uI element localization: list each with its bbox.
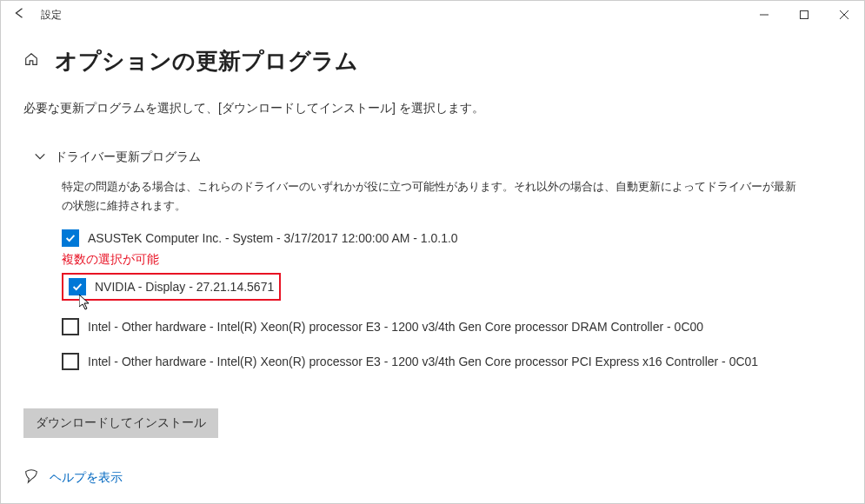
maximize-button[interactable] [784,1,824,29]
window-title: 設定 [41,8,62,23]
help-link[interactable]: ヘルプを表示 [50,470,123,486]
page-subtitle: 必要な更新プログラムを選択して、[ダウンロードしてインストール] を選択します。 [23,101,842,116]
update-label: Intel - Other hardware - Intel(R) Xeon(R… [88,355,758,368]
section-header[interactable]: ドライバー更新プログラム [34,149,842,165]
close-button[interactable] [824,1,864,29]
update-checkbox[interactable] [62,353,79,370]
update-label: ASUSTeK Computer Inc. - System - 3/17/20… [88,231,458,245]
section-title: ドライバー更新プログラム [55,149,201,165]
update-item: ASUSTeK Computer Inc. - System - 3/17/20… [62,229,842,247]
annotation-text: 複数の選択が可能 [62,252,842,268]
page-title: オプションの更新プログラム [55,46,358,76]
minimize-button[interactable] [744,1,784,29]
help-row: ヘルプを表示 [23,468,123,487]
back-button[interactable] [8,3,30,26]
download-install-button[interactable]: ダウンロードしてインストール [23,408,218,438]
update-checkbox[interactable] [69,278,86,295]
chevron-down-icon [34,150,46,165]
home-icon[interactable] [23,51,39,71]
update-checkbox[interactable] [62,229,79,247]
titlebar: 設定 [1,1,864,29]
help-icon [23,468,39,487]
update-item: Intel - Other hardware - Intel(R) Xeon(R… [62,353,842,370]
update-label: Intel - Other hardware - Intel(R) Xeon(R… [88,320,703,334]
update-item: Intel - Other hardware - Intel(R) Xeon(R… [62,318,842,335]
update-label: NVIDIA - Display - 27.21.14.5671 [95,280,274,294]
highlighted-update: NVIDIA - Display - 27.21.14.5671 [62,273,281,301]
update-checkbox[interactable] [62,318,79,335]
section-description: 特定の問題がある場合は、これらのドライバーのいずれかが役に立つ可能性があります。… [62,177,807,216]
svg-rect-1 [801,11,808,19]
